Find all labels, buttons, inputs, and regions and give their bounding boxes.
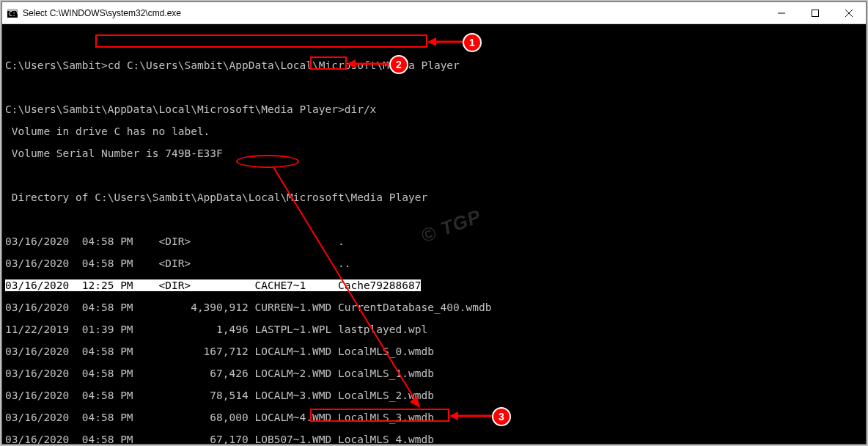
- titlebar[interactable]: C:\ Select C:\WINDOWS\system32\cmd.exe: [2, 2, 866, 24]
- dir-row: 03/16/2020 04:58 PM 68,000 LOCALM~4.WMD …: [5, 412, 866, 423]
- close-button[interactable]: [832, 2, 866, 24]
- cmd-window: C:\ Select C:\WINDOWS\system32\cmd.exe C…: [1, 1, 867, 445]
- dir-row: 03/16/2020 04:58 PM 67,426 LOCALM~2.WMD …: [5, 368, 866, 379]
- dir-row: 11/22/2019 01:39 PM 1,496 LASTPL~1.WPL l…: [5, 324, 866, 335]
- output-line: Volume Serial Number is 749B-E33F: [5, 148, 866, 159]
- prompt: C:\Users\Sambit>: [5, 59, 108, 71]
- dir-row: 03/16/2020 04:58 PM 167,712 LOCALM~1.WMD…: [5, 346, 866, 357]
- svg-rect-4: [812, 10, 819, 16]
- cache-shortname: CACHE7~1: [254, 279, 306, 291]
- window-title: Select C:\WINDOWS\system32\cmd.exe: [23, 8, 765, 18]
- cmd-dir: dir/x: [345, 103, 377, 115]
- prompt: C:\Users\Sambit\AppData\Local\Microsoft\…: [5, 103, 345, 115]
- minimize-button[interactable]: [765, 2, 798, 24]
- svg-text:C:\: C:\: [9, 11, 18, 18]
- selected-dir-row: 03/16/2020 12:25 PM <DIR> CACHE7~1 Cache…: [5, 279, 421, 291]
- cmd-cd: cd C:\Users\Sambit\AppData\Local\Microso…: [108, 59, 460, 71]
- maximize-button[interactable]: [798, 2, 832, 24]
- output-line: Volume in drive C has no label.: [5, 126, 866, 137]
- output-line: Directory of C:\Users\Sambit\AppData\Loc…: [5, 192, 866, 203]
- dir-row: 03/16/2020 04:58 PM <DIR> ..: [5, 258, 866, 269]
- dir-row: 03/16/2020 04:58 PM <DIR> .: [5, 236, 866, 247]
- dir-row: 03/16/2020 04:58 PM 67,170 LOB507~1.WMD …: [5, 434, 866, 444]
- dir-row: 03/16/2020 04:58 PM 78,514 LOCALM~3.WMD …: [5, 390, 866, 401]
- cmd-icon: C:\: [7, 7, 18, 19]
- dir-row: 03/16/2020 04:58 PM 4,390,912 CURREN~1.W…: [5, 302, 866, 313]
- terminal-area[interactable]: C:\Users\Sambit>cd C:\Users\Sambit\AppDa…: [2, 24, 866, 444]
